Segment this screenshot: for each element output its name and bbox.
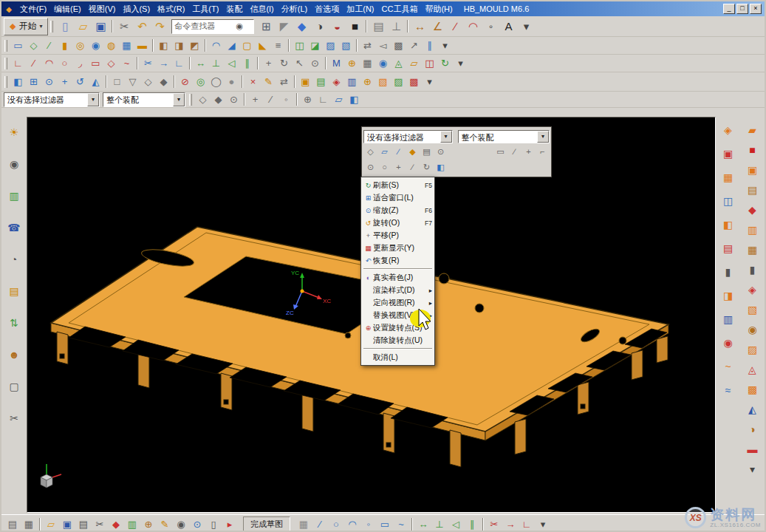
tool-palette-5-icon[interactable]: ◆	[744, 201, 761, 218]
trim-body-icon[interactable]: ◫	[292, 38, 307, 53]
subtract-icon[interactable]: ◨	[171, 38, 187, 53]
top-view-icon[interactable]: ▽	[125, 74, 140, 89]
cavity-layout-icon[interactable]: ▦	[719, 168, 736, 185]
polygon-icon[interactable]: ◇	[103, 55, 119, 71]
float-plus-snap-icon[interactable]: +	[391, 160, 406, 174]
make-corner-icon[interactable]: ∟	[171, 55, 187, 71]
selection-filter-dropdown[interactable]: 没有选择过滤器 ▾	[4, 92, 100, 107]
menu-view[interactable]: 视图(V)	[85, 1, 120, 17]
menu-zoom[interactable]: ⊙ 缩放(Z) F6	[362, 204, 434, 216]
menu-replace-view[interactable]: 替换视图(V) ▸	[362, 309, 434, 321]
delete-icon[interactable]: ×	[245, 74, 261, 89]
target-icon[interactable]: ⊕	[300, 92, 315, 107]
float-rect-select-icon[interactable]: ▭	[493, 145, 507, 159]
window-layout-icon[interactable]: ⊞	[257, 18, 275, 35]
offset-icon[interactable]: ∥	[422, 38, 437, 53]
sb-extend-icon[interactable]: →	[502, 516, 519, 532]
circle-tool-icon[interactable]: ○	[57, 55, 72, 71]
sb-spline-icon[interactable]: ~	[393, 516, 409, 532]
float-general-filter-icon[interactable]: ◇	[363, 145, 377, 159]
tool-palette-10-icon[interactable]: ▧	[744, 301, 761, 318]
camera-icon[interactable]: ◉	[6, 156, 22, 172]
sew-icon[interactable]: ▧	[338, 38, 354, 53]
snap-center-icon[interactable]: ⊙	[226, 92, 242, 107]
extrude-icon[interactable]: ▮	[57, 38, 72, 53]
sb-offset-icon[interactable]: ∥	[464, 516, 480, 532]
sb-tree-icon[interactable]: ▤	[4, 516, 21, 532]
sb-target-icon[interactable]: ⊕	[140, 516, 157, 532]
crosshair-icon[interactable]: +	[247, 92, 263, 107]
blend-icon[interactable]: ◠	[208, 38, 224, 53]
trimetric-view-icon[interactable]: ◆	[156, 74, 171, 89]
cube-snap-icon[interactable]: ◧	[346, 92, 362, 107]
shell-icon[interactable]: ▢	[239, 38, 255, 53]
hole-icon[interactable]: ◉	[88, 38, 103, 53]
tool-palette-4-icon[interactable]: ▤	[744, 181, 761, 198]
toolbar-grip[interactable]	[50, 21, 53, 33]
sb-pen-icon[interactable]: ✎	[157, 516, 173, 532]
chevron-down-icon[interactable]: ▾	[537, 131, 549, 143]
assembly-icon[interactable]: ▤	[369, 18, 387, 35]
menu-edit[interactable]: 编辑(E)	[50, 1, 85, 17]
float-body-filter-icon[interactable]: ◆	[406, 145, 420, 159]
menu-clear-rotate-point[interactable]: 清除旋转点(U)	[362, 334, 434, 347]
float-cross-icon[interactable]: +	[522, 145, 536, 159]
clock-icon[interactable]: ◔	[6, 251, 22, 267]
unite-icon[interactable]: ◧	[156, 38, 171, 53]
line-tool-icon[interactable]: ∕	[26, 55, 41, 71]
tool-palette-16-icon[interactable]: ◑	[744, 420, 761, 437]
front-view-icon[interactable]: □	[109, 74, 125, 89]
sb-doc-icon[interactable]: ▯	[205, 516, 222, 532]
sb-print-icon[interactable]: ▤	[75, 516, 92, 532]
row5-more-icon[interactable]: ▾	[422, 74, 437, 89]
update-icon[interactable]: ↻	[437, 55, 453, 71]
hatch-green-icon[interactable]: ▨	[391, 74, 406, 89]
axis-snap-icon[interactable]: ∕	[263, 92, 278, 107]
wireframe-icon[interactable]: ◯	[208, 74, 224, 89]
open-folder-icon[interactable]: ▱	[74, 18, 92, 35]
sb-rect-icon[interactable]: ▭	[377, 516, 393, 532]
part-family-icon[interactable]: ▤	[313, 74, 329, 89]
snip-icon[interactable]: ✂	[6, 410, 22, 426]
sb-more-icon[interactable]: ▾	[535, 516, 551, 532]
new-file-icon[interactable]: ▯	[56, 18, 74, 35]
layer-m-icon[interactable]: M	[329, 55, 344, 71]
menu-set-rotate-point[interactable]: ⊕ 设置旋转点(S)	[362, 321, 434, 334]
pad-icon[interactable]: ▬	[134, 38, 150, 53]
toolbar-grip[interactable]	[4, 58, 7, 69]
move-object-icon[interactable]: +	[261, 55, 276, 71]
menu-cc-toolbox[interactable]: CC工具箱	[378, 1, 422, 17]
shaded-icon[interactable]: ●	[224, 74, 239, 89]
minimize-button[interactable]: _	[723, 4, 735, 14]
tool-palette-13-icon[interactable]: ◬	[744, 361, 761, 378]
text-icon[interactable]: A	[499, 18, 517, 35]
floating-scope-dropdown[interactable]: 整个装配 ▾	[458, 130, 550, 143]
menu-help[interactable]: 帮助(H)	[421, 1, 456, 17]
analysis-icon[interactable]: ◬	[391, 55, 406, 71]
floating-filter-dropdown[interactable]: 没有选择过滤器 ▾	[363, 130, 453, 143]
section-icon[interactable]: ◫	[422, 55, 437, 71]
line-icon[interactable]: ∕	[446, 18, 464, 35]
thread-icon[interactable]: ≡	[270, 38, 286, 53]
hatch-orange-icon[interactable]: ▧	[375, 74, 391, 89]
command-finder-input[interactable]	[172, 22, 236, 31]
sb-corner-icon[interactable]: ∟	[519, 516, 535, 532]
menu-refresh[interactable]: ↻ 刷新(S) F5	[362, 179, 434, 191]
dimension-icon[interactable]: ↔	[193, 55, 208, 71]
tool-palette-17-icon[interactable]: ▬	[744, 440, 761, 457]
measure-distance-icon[interactable]: ↔	[411, 18, 428, 35]
float-cube-icon[interactable]: ◧	[434, 160, 448, 174]
sketch-icon[interactable]: ▭	[10, 38, 26, 53]
start-button[interactable]: ◆ 开始 ▾	[4, 18, 48, 35]
point-snap2-icon[interactable]: ◦	[278, 92, 294, 107]
menu-fit-window[interactable]: ⊞ 适合窗口(L)	[362, 191, 434, 204]
snap-mid-icon[interactable]: ◆	[211, 92, 226, 107]
split-body-icon[interactable]: ◪	[307, 38, 323, 53]
intersect-icon[interactable]: ◩	[187, 38, 202, 53]
row3-more-icon[interactable]: ▾	[437, 38, 453, 53]
scale-icon[interactable]: ↗	[406, 38, 422, 53]
tool-palette-3-icon[interactable]: ▣	[744, 161, 761, 178]
row4-more-icon[interactable]: ▾	[453, 55, 468, 71]
sb-layout-icon[interactable]: ▦	[21, 516, 37, 532]
named-view-icon[interactable]: ◧	[10, 74, 26, 89]
